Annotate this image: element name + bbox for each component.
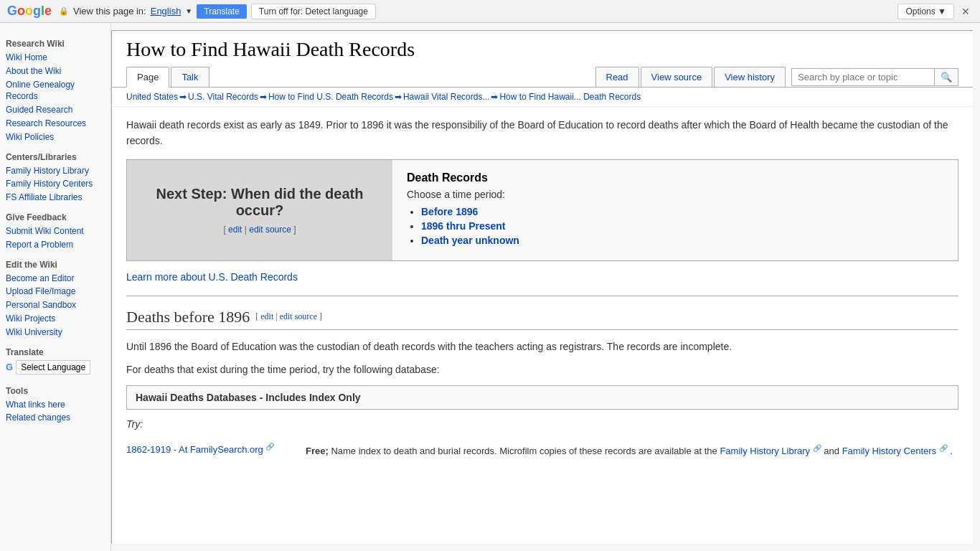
list-item: Before 1896 xyxy=(421,206,943,217)
sidebar-item-upload-file[interactable]: Upload File/Image xyxy=(6,286,105,298)
breadcrumb-hawaii-death[interactable]: How to Find Hawaii... Death Records xyxy=(499,92,641,102)
sidebar-item-online-genealogy[interactable]: Online Genealogy Records xyxy=(6,79,105,103)
infobox-links-list: Before 1896 1896 thru Present Death year… xyxy=(407,206,943,246)
record-period: . xyxy=(950,446,953,456)
record-row: 1862-1919 - At FamilySearch.org 🔗 Free; … xyxy=(126,437,958,464)
search-area: 🔍 xyxy=(791,68,958,86)
sidebar-item-what-links-here[interactable]: What links here xyxy=(6,399,105,411)
breadcrumb-arrow-2: ➡ xyxy=(260,92,267,102)
infobox-edit-links: [ edit | edit source ] xyxy=(141,225,378,235)
list-item: Death year unknown xyxy=(421,235,943,246)
family-history-centers-link[interactable]: Family History Centers xyxy=(842,446,936,456)
death-year-unknown-link[interactable]: Death year unknown xyxy=(421,235,519,246)
breadcrumb-arrow-1: ➡ xyxy=(179,92,187,102)
sidebar-item-wiki-policies[interactable]: Wiki Policies xyxy=(6,131,105,143)
breadcrumb-us-death-records[interactable]: How to Find U.S. Death Records xyxy=(268,92,393,102)
breadcrumb-vital-records[interactable]: U.S. Vital Records xyxy=(188,92,258,102)
language-link[interactable]: English xyxy=(151,6,182,17)
sidebar: Research Wiki Wiki Home About the Wiki O… xyxy=(0,23,111,551)
sidebar-item-research-resources[interactable]: Research Resources xyxy=(6,118,105,130)
tab-view-history[interactable]: View history xyxy=(714,67,786,87)
record-description: Free; Name index to death and burial rec… xyxy=(306,443,953,458)
tab-view-source[interactable]: View source xyxy=(641,67,713,87)
turn-off-button[interactable]: Turn off for: Detect language xyxy=(251,4,376,19)
sidebar-item-family-history-centers[interactable]: Family History Centers xyxy=(6,178,105,190)
1896-present-link[interactable]: 1896 thru Present xyxy=(421,220,506,232)
breadcrumb-arrow-3: ➡ xyxy=(395,92,402,102)
sidebar-item-wiki-home[interactable]: Wiki Home xyxy=(6,52,105,64)
free-badge: Free; xyxy=(306,446,329,456)
page-title: How to Find Hawaii Death Records xyxy=(126,38,958,65)
list-item: 1896 thru Present xyxy=(421,220,943,232)
content-divider xyxy=(126,296,958,296)
search-input[interactable] xyxy=(791,68,935,86)
ext-link-icon-2: 🔗 xyxy=(813,444,821,452)
sidebar-section-feedback: Give Feedback xyxy=(6,212,105,222)
infobox-right: Death Records Choose a time period: Befo… xyxy=(392,160,958,260)
select-language-area: G Select Language xyxy=(6,360,105,375)
breadcrumb-us[interactable]: United States xyxy=(126,92,178,102)
sidebar-item-submit-wiki[interactable]: Submit Wiki Content xyxy=(6,225,105,237)
tab-bar: Page Talk Read View source View history … xyxy=(112,64,973,88)
sidebar-item-fs-affiliate-libraries[interactable]: FS Affiliate Libraries xyxy=(6,192,105,204)
breadcrumb: United States ➡ U.S. Vital Records ➡ How… xyxy=(112,88,973,107)
sidebar-section-translate: Translate xyxy=(6,347,105,357)
translate-button[interactable]: Translate xyxy=(197,4,247,19)
view-page-label: View this page in: xyxy=(73,6,146,17)
content-area: How to Find Hawaii Death Records Page Ta… xyxy=(111,30,973,544)
family-history-library-link[interactable]: Family History Library xyxy=(720,446,810,456)
section-text-1: Until 1896 the Board of Education was th… xyxy=(126,339,958,354)
sidebar-section-edit-wiki: Edit the Wiki xyxy=(6,260,105,270)
search-button[interactable]: 🔍 xyxy=(935,68,958,86)
before-1896-link[interactable]: Before 1896 xyxy=(421,206,478,217)
sidebar-item-wiki-university[interactable]: Wiki University xyxy=(6,326,105,339)
sidebar-section-research-wiki: Research Wiki xyxy=(6,39,105,49)
record-desc-text: Name index to death and burial records. … xyxy=(331,446,720,456)
sidebar-section-tools: Tools xyxy=(6,386,105,396)
section-edit-source-link[interactable]: edit source xyxy=(280,311,317,321)
sidebar-item-report-problem[interactable]: Report a Problem xyxy=(6,239,105,251)
section-edit-link[interactable]: edit xyxy=(260,311,273,321)
language-dropdown-icon: ▼ xyxy=(185,7,192,15)
infobox-edit-link[interactable]: edit xyxy=(228,225,242,235)
infobox-left: Next Step: When did the death occur? [ e… xyxy=(127,160,392,260)
google-logo: Google xyxy=(7,4,52,19)
tab-actions: Read View source View history 🔍 xyxy=(594,64,959,87)
breadcrumb-hawaii-vital[interactable]: Hawaii Vital Records... xyxy=(403,92,490,102)
sidebar-item-wiki-projects[interactable]: Wiki Projects xyxy=(6,313,105,325)
section-heading-1896: Deaths before 1896 [ edit | edit source … xyxy=(126,308,958,330)
main-content: Hawaii death records exist as early as 1… xyxy=(112,107,973,474)
section-text-2: For deaths that exist during the time pe… xyxy=(126,362,958,377)
database-box: Hawaii Deaths Databases - Includes Index… xyxy=(126,385,958,410)
sidebar-item-family-history-library[interactable]: Family History Library xyxy=(6,165,105,177)
tab-page[interactable]: Page xyxy=(126,67,169,88)
sidebar-section-centers: Centers/Libraries xyxy=(6,152,105,162)
tab-read[interactable]: Read xyxy=(595,67,639,87)
record-and: and xyxy=(824,446,842,456)
intro-paragraph: Hawaii death records exist as early as 1… xyxy=(126,117,958,149)
familysearch-record-link[interactable]: 1862-1919 - At FamilySearch.org xyxy=(126,444,263,455)
external-link-icon: 🔗 xyxy=(265,443,274,451)
record-link-area: 1862-1919 - At FamilySearch.org 🔗 xyxy=(126,443,291,455)
options-button[interactable]: Options ▼ xyxy=(897,4,954,19)
google-g-icon: G xyxy=(6,362,13,372)
translate-bar: Google 🔒 View this page in: English ▼ Tr… xyxy=(0,0,980,23)
death-records-infobox: Next Step: When did the death occur? [ e… xyxy=(126,159,958,261)
infobox-choose-period: Choose a time period: xyxy=(407,189,943,200)
infobox-edit-source-link[interactable]: edit source xyxy=(249,225,291,235)
infobox-right-heading: Death Records xyxy=(407,171,943,184)
lock-icon: 🔒 xyxy=(59,6,69,16)
breadcrumb-arrow-4: ➡ xyxy=(491,92,498,102)
sidebar-item-about-wiki[interactable]: About the Wiki xyxy=(6,65,105,77)
try-label: Try: xyxy=(126,418,958,430)
sidebar-item-become-editor[interactable]: Become an Editor xyxy=(6,273,105,285)
ext-link-icon-3: 🔗 xyxy=(939,444,948,452)
section-edit-links: [ edit | edit source ] xyxy=(255,311,322,322)
tab-talk[interactable]: Talk xyxy=(171,67,209,87)
sidebar-item-personal-sandbox[interactable]: Personal Sandbox xyxy=(6,299,105,311)
learn-more-link[interactable]: Learn more about U.S. Death Records xyxy=(126,271,298,283)
sidebar-item-guided-research[interactable]: Guided Research xyxy=(6,104,105,116)
close-translate-bar-button[interactable]: ✕ xyxy=(958,6,973,17)
sidebar-item-related-changes[interactable]: Related changes xyxy=(6,412,105,424)
select-language-button[interactable]: Select Language xyxy=(16,360,90,375)
